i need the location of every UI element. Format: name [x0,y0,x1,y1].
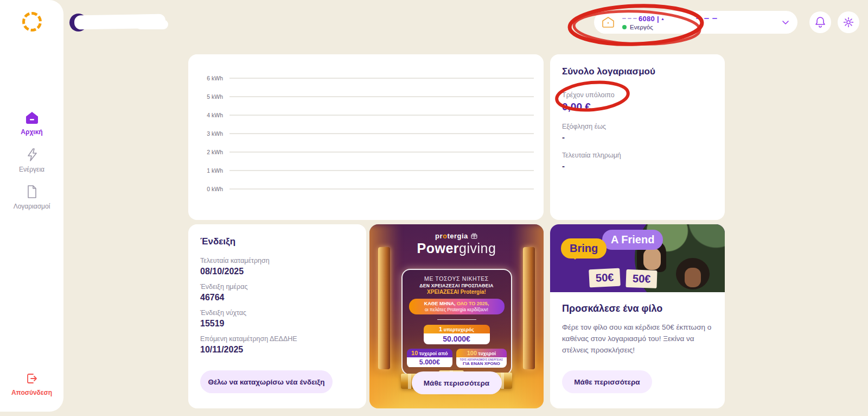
balance-label: Τρέχον υπόλοιπο [562,91,713,99]
y-axis-tick: 3 kWh [201,130,223,137]
sidebar-item-label: Αποσύνδεση [11,389,52,396]
card-title: Προσκάλεσε ένα φίλο [562,303,713,314]
status-dot-active [622,25,627,29]
speech-bubble-bring: Bring [561,238,607,259]
gridline [229,170,534,171]
chevron-down-icon[interactable] [781,18,790,27]
sidebar-item-home[interactable]: Αρχική [0,111,63,136]
prize-badge-grand: 1 υπερτυχερός 50.000€ [424,325,490,344]
consumption-chart-card: 6 kWh 5 kWh 4 kWh 3 kWh 2 kWh 1 kWh 0 kW… [188,54,544,220]
referral-learn-more-button[interactable]: Μάθε περισσότερα [562,370,652,393]
gold-column-left [378,247,390,369]
lightning-icon [26,148,38,162]
speech-bubble-a-friend: A Friend [602,230,663,250]
account-status-label: Ενεργός [630,24,653,30]
y-axis-tick: 0 kWh [201,186,223,192]
refer-a-friend-image: A Friend Bring 50€ 50€ [550,224,725,292]
prize-badge-third: 100 τυχεροί ΤΟΥΣ ΛΟΓΑΡΙΑΣΜΟΥΣ ΕΝΕΡΓΕΙΑΣΓ… [456,349,506,368]
gridline [229,133,534,134]
account-selector[interactable]: 6080 | ▲ Ενεργός [594,11,797,34]
night-reading-label: Ένδειξη νύχτας [200,309,354,317]
notifications-button[interactable] [809,11,831,33]
promo-gradient-pill: ΚΑΘΕ ΜΗΝΑ, ΟΛΟ ΤΟ 2025, οι πελάτες Prote… [409,299,505,314]
account-info: 6080 | ▲ Ενεργός [622,14,717,30]
sidebar-item-label: Ενέργεια [19,166,44,173]
day-reading-value: 46764 [200,293,354,302]
referral-description: Φέρε τον φίλο σου και κέρδισε 50€ έκπτωσ… [562,322,713,356]
due-date-value: - [562,133,713,142]
discount-coupon: 50€ [626,269,657,288]
house-icon [602,16,615,28]
card-title: Ένδειξη [200,236,354,247]
promo-line-3: ΧΡΕΙΑΖΕΣΑΙ Protergia! [407,289,507,295]
last-reading-value: 08/10/2025 [200,267,354,276]
chart-grid-row: 1 kWh [201,167,534,174]
account-status-row: Ενεργός [622,24,717,30]
redacted-text-remnant [633,18,637,19]
account-total-card: Σύνολο λογαριασμού Τρέχον υπόλοιπο 0,00 … [550,54,725,220]
discount-coupon: 50€ [589,268,621,288]
divider [437,319,476,320]
next-reading-value: 10/11/2025 [200,345,354,355]
y-axis-tick: 1 kWh [201,167,223,174]
y-axis-tick: 5 kWh [201,93,223,100]
meter-reading-card: Ένδειξη Τελευταία καταμέτρηση 08/10/2025… [188,224,366,408]
chart-grid-row: 2 kWh [201,149,534,155]
chart-grid-row: 6 kWh [201,75,534,81]
gridline [229,78,534,79]
gridline [229,96,534,97]
document-icon [26,185,38,199]
chart-grid-row: 3 kWh [201,130,534,137]
last-payment-label: Τελευταία πληρωμή [562,152,713,159]
sidebar: Αρχική Ενέργεια Λογαριασμοί Αποσύνδεση [0,0,63,412]
account-number-row: 6080 | ▲ [622,14,717,23]
account-number-fragment: 6080 | [639,15,659,23]
sidebar-item-logout[interactable]: Αποσύνδεση [0,372,63,396]
chart-grid-row: 5 kWh [201,93,534,100]
card-title: Σύνολο λογαριασμού [562,66,713,77]
last-reading-label: Τελευταία καταμέτρηση [200,257,354,264]
chart-grid-row: 0 kWh [201,186,534,192]
powergiving-promo-banner[interactable]: protergia Powergiving ΜΕ ΤΟΣΟΥΣ ΝΙΚΗΤΕΣ … [369,224,544,408]
logout-icon [25,372,39,385]
powergiving-glass-panel: ΜΕ ΤΟΣΟΥΣ ΝΙΚΗΤΕΣ ΔΕΝ ΧΡΕΙΑΖΕΣΑΙ ΠΡΟΣΠΑΘ… [401,269,512,375]
y-axis-tick: 4 kWh [201,112,223,118]
home-icon [25,111,39,124]
gridline [229,152,534,153]
gift-icon [470,232,478,239]
promo-line-2: ΔΕΝ ΧΡΕΙΑΖΕΣΑΙ ΠΡΟΣΠΑΘΕΙΑ [407,283,507,288]
next-reading-label: Επόμενη καταμέτρηση ΔΕΔΔΗΕ [200,335,354,343]
sidebar-item-energy[interactable]: Ενέργεια [0,148,63,173]
gridline [229,188,534,190]
chart-grid-row: 4 kWh [201,112,534,118]
bell-icon [815,16,826,28]
night-reading-value: 15519 [200,319,354,329]
redacted-text-remnant [628,18,631,19]
gridline [229,115,534,116]
gear-icon [843,17,854,28]
powergiving-learn-more-button[interactable]: Μάθε περισσότερα [412,371,502,394]
protergia-wordmark: protergia [369,232,544,240]
submit-reading-button[interactable]: Θέλω να καταχωρίσω νέα ένδειξη [200,370,333,393]
protergia-sun-logo [22,12,42,31]
redacted-text-remnant [622,18,626,19]
current-balance-value: 0,00 € [562,101,713,113]
redacted-address-remnant [696,18,717,20]
y-axis-tick: 6 kWh [201,75,223,81]
settings-button[interactable] [838,11,859,33]
refer-a-friend-card: A Friend Bring 50€ 50€ Προσκάλεσε ένα φί… [550,224,725,408]
prize-badge-second: 10 τυχεροί από 5.000€ [407,349,453,368]
sidebar-item-label: Λογαριασμοί [14,203,50,210]
sidebar-item-bills[interactable]: Λογαριασμοί [0,185,63,210]
y-axis-tick: 2 kWh [201,149,223,155]
sort-triangle-icon: ▲ [661,17,665,21]
gold-column-right [523,247,535,369]
last-payment-value: - [562,161,713,171]
promo-line-1: ΜΕ ΤΟΣΟΥΣ ΝΙΚΗΤΕΣ [407,275,507,282]
sidebar-item-label: Αρχική [21,128,42,136]
powergiving-header: protergia Powergiving [369,232,544,256]
person-silhouette [643,248,661,270]
powergiving-title: Powergiving [369,241,544,256]
due-date-label: Εξόφληση έως [562,123,713,130]
redaction-blob [136,20,168,29]
